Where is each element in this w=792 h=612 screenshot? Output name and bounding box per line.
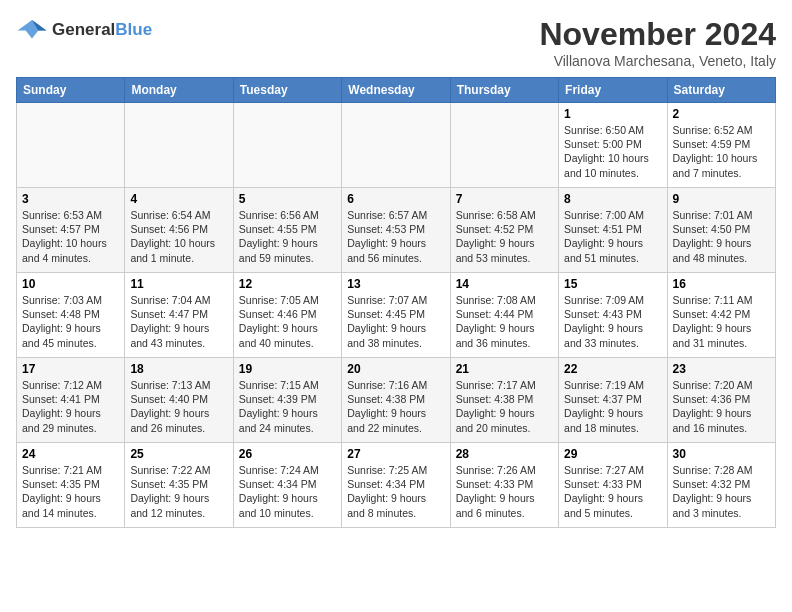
calendar-cell: 16Sunrise: 7:11 AMSunset: 4:42 PMDayligh… bbox=[667, 273, 775, 358]
calendar-week-5: 24Sunrise: 7:21 AMSunset: 4:35 PMDayligh… bbox=[17, 443, 776, 528]
calendar-cell: 23Sunrise: 7:20 AMSunset: 4:36 PMDayligh… bbox=[667, 358, 775, 443]
calendar-cell: 13Sunrise: 7:07 AMSunset: 4:45 PMDayligh… bbox=[342, 273, 450, 358]
calendar-cell: 28Sunrise: 7:26 AMSunset: 4:33 PMDayligh… bbox=[450, 443, 558, 528]
calendar-cell bbox=[342, 103, 450, 188]
day-number: 7 bbox=[456, 192, 553, 206]
day-number: 24 bbox=[22, 447, 119, 461]
day-info: Sunrise: 6:52 AMSunset: 4:59 PMDaylight:… bbox=[673, 123, 770, 180]
logo-icon bbox=[16, 16, 48, 44]
day-info: Sunrise: 7:19 AMSunset: 4:37 PMDaylight:… bbox=[564, 378, 661, 435]
day-number: 12 bbox=[239, 277, 336, 291]
day-number: 1 bbox=[564, 107, 661, 121]
calendar-cell: 27Sunrise: 7:25 AMSunset: 4:34 PMDayligh… bbox=[342, 443, 450, 528]
day-number: 18 bbox=[130, 362, 227, 376]
calendar-cell bbox=[17, 103, 125, 188]
month-title: November 2024 bbox=[539, 16, 776, 53]
calendar-cell: 5Sunrise: 6:56 AMSunset: 4:55 PMDaylight… bbox=[233, 188, 341, 273]
day-header-tuesday: Tuesday bbox=[233, 78, 341, 103]
day-info: Sunrise: 7:16 AMSunset: 4:38 PMDaylight:… bbox=[347, 378, 444, 435]
calendar-cell: 25Sunrise: 7:22 AMSunset: 4:35 PMDayligh… bbox=[125, 443, 233, 528]
day-number: 8 bbox=[564, 192, 661, 206]
day-number: 21 bbox=[456, 362, 553, 376]
day-info: Sunrise: 6:58 AMSunset: 4:52 PMDaylight:… bbox=[456, 208, 553, 265]
day-info: Sunrise: 7:27 AMSunset: 4:33 PMDaylight:… bbox=[564, 463, 661, 520]
day-number: 23 bbox=[673, 362, 770, 376]
day-number: 17 bbox=[22, 362, 119, 376]
day-header-saturday: Saturday bbox=[667, 78, 775, 103]
calendar-header-row: SundayMondayTuesdayWednesdayThursdayFrid… bbox=[17, 78, 776, 103]
day-info: Sunrise: 7:15 AMSunset: 4:39 PMDaylight:… bbox=[239, 378, 336, 435]
day-info: Sunrise: 7:25 AMSunset: 4:34 PMDaylight:… bbox=[347, 463, 444, 520]
location: Villanova Marchesana, Veneto, Italy bbox=[539, 53, 776, 69]
calendar-cell: 9Sunrise: 7:01 AMSunset: 4:50 PMDaylight… bbox=[667, 188, 775, 273]
calendar-cell: 4Sunrise: 6:54 AMSunset: 4:56 PMDaylight… bbox=[125, 188, 233, 273]
calendar-cell bbox=[125, 103, 233, 188]
day-number: 28 bbox=[456, 447, 553, 461]
calendar-week-2: 3Sunrise: 6:53 AMSunset: 4:57 PMDaylight… bbox=[17, 188, 776, 273]
calendar-cell: 11Sunrise: 7:04 AMSunset: 4:47 PMDayligh… bbox=[125, 273, 233, 358]
day-number: 5 bbox=[239, 192, 336, 206]
calendar-cell: 22Sunrise: 7:19 AMSunset: 4:37 PMDayligh… bbox=[559, 358, 667, 443]
day-number: 29 bbox=[564, 447, 661, 461]
day-info: Sunrise: 7:11 AMSunset: 4:42 PMDaylight:… bbox=[673, 293, 770, 350]
day-info: Sunrise: 7:21 AMSunset: 4:35 PMDaylight:… bbox=[22, 463, 119, 520]
day-header-friday: Friday bbox=[559, 78, 667, 103]
day-info: Sunrise: 6:56 AMSunset: 4:55 PMDaylight:… bbox=[239, 208, 336, 265]
day-info: Sunrise: 7:24 AMSunset: 4:34 PMDaylight:… bbox=[239, 463, 336, 520]
day-header-thursday: Thursday bbox=[450, 78, 558, 103]
calendar-cell: 14Sunrise: 7:08 AMSunset: 4:44 PMDayligh… bbox=[450, 273, 558, 358]
calendar-cell: 15Sunrise: 7:09 AMSunset: 4:43 PMDayligh… bbox=[559, 273, 667, 358]
day-info: Sunrise: 7:12 AMSunset: 4:41 PMDaylight:… bbox=[22, 378, 119, 435]
calendar-cell: 29Sunrise: 7:27 AMSunset: 4:33 PMDayligh… bbox=[559, 443, 667, 528]
calendar-cell: 20Sunrise: 7:16 AMSunset: 4:38 PMDayligh… bbox=[342, 358, 450, 443]
day-info: Sunrise: 7:26 AMSunset: 4:33 PMDaylight:… bbox=[456, 463, 553, 520]
calendar-cell: 2Sunrise: 6:52 AMSunset: 4:59 PMDaylight… bbox=[667, 103, 775, 188]
day-number: 3 bbox=[22, 192, 119, 206]
calendar-week-4: 17Sunrise: 7:12 AMSunset: 4:41 PMDayligh… bbox=[17, 358, 776, 443]
day-number: 4 bbox=[130, 192, 227, 206]
calendar-week-3: 10Sunrise: 7:03 AMSunset: 4:48 PMDayligh… bbox=[17, 273, 776, 358]
day-number: 10 bbox=[22, 277, 119, 291]
calendar-cell: 8Sunrise: 7:00 AMSunset: 4:51 PMDaylight… bbox=[559, 188, 667, 273]
calendar-cell: 26Sunrise: 7:24 AMSunset: 4:34 PMDayligh… bbox=[233, 443, 341, 528]
day-number: 22 bbox=[564, 362, 661, 376]
day-number: 25 bbox=[130, 447, 227, 461]
page-header: GeneralBlue November 2024 Villanova Marc… bbox=[16, 16, 776, 69]
title-block: November 2024 Villanova Marchesana, Vene… bbox=[539, 16, 776, 69]
day-number: 20 bbox=[347, 362, 444, 376]
day-number: 27 bbox=[347, 447, 444, 461]
day-info: Sunrise: 7:17 AMSunset: 4:38 PMDaylight:… bbox=[456, 378, 553, 435]
day-info: Sunrise: 7:13 AMSunset: 4:40 PMDaylight:… bbox=[130, 378, 227, 435]
day-info: Sunrise: 6:53 AMSunset: 4:57 PMDaylight:… bbox=[22, 208, 119, 265]
day-header-monday: Monday bbox=[125, 78, 233, 103]
day-info: Sunrise: 7:01 AMSunset: 4:50 PMDaylight:… bbox=[673, 208, 770, 265]
calendar-cell bbox=[233, 103, 341, 188]
calendar-cell: 24Sunrise: 7:21 AMSunset: 4:35 PMDayligh… bbox=[17, 443, 125, 528]
logo-text: GeneralBlue bbox=[52, 20, 152, 40]
day-number: 15 bbox=[564, 277, 661, 291]
day-header-wednesday: Wednesday bbox=[342, 78, 450, 103]
day-number: 26 bbox=[239, 447, 336, 461]
day-number: 30 bbox=[673, 447, 770, 461]
day-info: Sunrise: 7:04 AMSunset: 4:47 PMDaylight:… bbox=[130, 293, 227, 350]
calendar-cell: 10Sunrise: 7:03 AMSunset: 4:48 PMDayligh… bbox=[17, 273, 125, 358]
day-info: Sunrise: 7:07 AMSunset: 4:45 PMDaylight:… bbox=[347, 293, 444, 350]
calendar-table: SundayMondayTuesdayWednesdayThursdayFrid… bbox=[16, 77, 776, 528]
logo: GeneralBlue bbox=[16, 16, 152, 44]
calendar-cell: 18Sunrise: 7:13 AMSunset: 4:40 PMDayligh… bbox=[125, 358, 233, 443]
day-number: 13 bbox=[347, 277, 444, 291]
calendar-cell bbox=[450, 103, 558, 188]
day-info: Sunrise: 7:28 AMSunset: 4:32 PMDaylight:… bbox=[673, 463, 770, 520]
calendar-cell: 7Sunrise: 6:58 AMSunset: 4:52 PMDaylight… bbox=[450, 188, 558, 273]
day-info: Sunrise: 6:57 AMSunset: 4:53 PMDaylight:… bbox=[347, 208, 444, 265]
day-header-sunday: Sunday bbox=[17, 78, 125, 103]
calendar-week-1: 1Sunrise: 6:50 AMSunset: 5:00 PMDaylight… bbox=[17, 103, 776, 188]
day-info: Sunrise: 7:03 AMSunset: 4:48 PMDaylight:… bbox=[22, 293, 119, 350]
day-number: 16 bbox=[673, 277, 770, 291]
calendar-cell: 3Sunrise: 6:53 AMSunset: 4:57 PMDaylight… bbox=[17, 188, 125, 273]
day-number: 2 bbox=[673, 107, 770, 121]
day-info: Sunrise: 7:05 AMSunset: 4:46 PMDaylight:… bbox=[239, 293, 336, 350]
calendar-cell: 6Sunrise: 6:57 AMSunset: 4:53 PMDaylight… bbox=[342, 188, 450, 273]
calendar-cell: 17Sunrise: 7:12 AMSunset: 4:41 PMDayligh… bbox=[17, 358, 125, 443]
day-info: Sunrise: 6:50 AMSunset: 5:00 PMDaylight:… bbox=[564, 123, 661, 180]
